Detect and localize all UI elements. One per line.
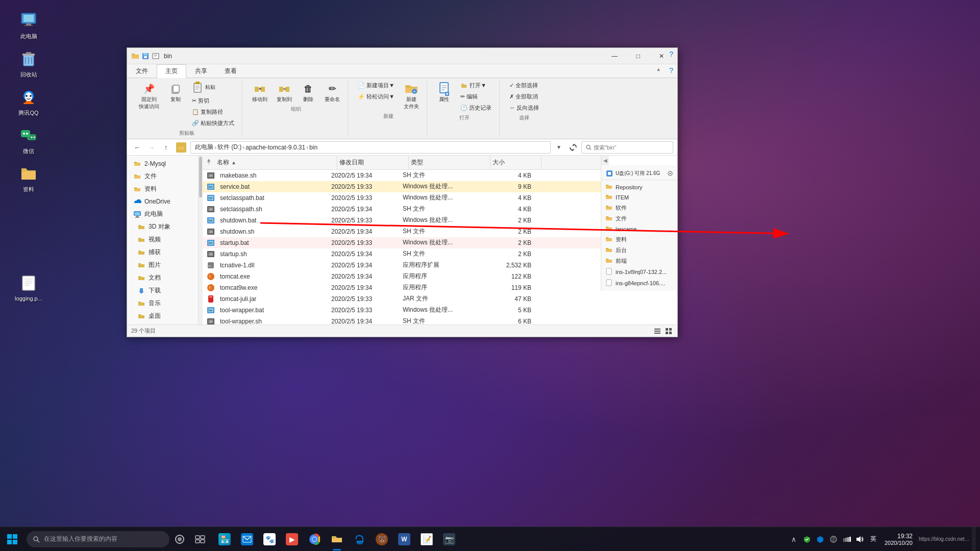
tab-share[interactable]: 共享 (186, 64, 216, 78)
maximize-button[interactable]: □ (626, 48, 650, 64)
easy-access-button[interactable]: ⚡ 轻松访问▼ (354, 91, 398, 102)
right-panel-item[interactable]: ins-g84epncf-106.... (601, 278, 677, 289)
sidebar-scroll-thumb[interactable] (199, 157, 202, 197)
sidebar-scrollbar[interactable] (199, 156, 203, 324)
volume-icon[interactable] (854, 533, 866, 545)
taskbar-chrome-icon[interactable] (304, 527, 325, 552)
table-row[interactable]: bat service.bat 2020/2/5 19:33 Windows 批… (203, 181, 601, 192)
taskbar-video-icon[interactable]: ▶ (282, 527, 302, 552)
right-panel-item[interactable]: Repository (601, 182, 677, 192)
delete-button[interactable]: 🗑 删除 (298, 80, 319, 105)
ribbon-collapse-arrow[interactable]: ▲ (652, 64, 665, 78)
start-button[interactable] (0, 527, 24, 552)
task-view-button[interactable] (190, 529, 210, 549)
sidebar-item-3d[interactable]: 3D 对象 (127, 220, 198, 233)
sidebar-item-win10[interactable]: Win 10 Home x (127, 322, 198, 324)
copy-path-button[interactable]: 📋 复制路径 (188, 107, 238, 117)
right-panel-item[interactable]: 文件 (601, 213, 677, 224)
desktop-icon-qq[interactable]: 腾讯QQ (10, 87, 47, 117)
taskbar-screenshot-icon[interactable]: 📷 (439, 527, 459, 552)
table-row[interactable]: .sh shutdown.sh 2020/2/5 19:34 SH 文件 2 K… (203, 226, 601, 237)
ribbon-help[interactable]: ? (665, 64, 677, 78)
right-panel-item[interactable]: ITEM (601, 192, 677, 203)
cortana-button[interactable] (169, 529, 190, 549)
tab-view[interactable]: 查看 (216, 64, 246, 78)
path-drive[interactable]: 软件 (D:) (217, 143, 241, 152)
search-box[interactable] (581, 141, 673, 154)
table-row[interactable]: bat tool-wrapper.bat 2020/2/5 19:33 Wind… (203, 305, 601, 316)
col-header-date[interactable]: 修改日期 (337, 156, 409, 169)
table-row[interactable]: .sh tool-wrapper.sh 2020/2/5 19:34 SH 文件… (203, 316, 601, 324)
dropdown-arrow[interactable]: ▼ (553, 141, 565, 154)
address-path[interactable]: 此电脑 › 软件 (D:) › apache-tomcat-9.0.31 › b… (190, 141, 551, 154)
path-computer[interactable]: 此电脑 (195, 143, 213, 152)
tab-home[interactable]: 主页 (157, 64, 186, 78)
right-panel-item[interactable]: ins-1vl9rq07-132.2... (601, 266, 677, 278)
col-header-name[interactable]: 名称 ▲ (215, 156, 337, 169)
copy-button[interactable]: 复制 (165, 80, 186, 105)
taskbar-text-editor-icon[interactable]: 📝 (416, 527, 437, 552)
right-panel-item[interactable]: 资料 (601, 234, 677, 245)
table-row[interactable]: .sh startup.sh 2020/2/5 19:34 SH 文件 2 KB (203, 248, 601, 260)
sidebar-item-video[interactable]: 视频 (127, 233, 198, 246)
table-row[interactable]: T tomcat9w.exe 2020/2/5 19:34 应用程序 119 K… (203, 282, 601, 293)
rename-button[interactable]: ✏ 重命名 (321, 80, 344, 105)
back-button[interactable]: ← (131, 141, 143, 154)
antivirus-icon[interactable] (801, 533, 813, 545)
right-panel-item[interactable]: 后台 (601, 245, 677, 256)
properties-button[interactable]: 属性 (433, 80, 455, 105)
panel-toggle-button[interactable]: ◀ (601, 156, 609, 165)
paste-shortcut-button[interactable]: 🔗 粘贴快捷方式 (188, 118, 238, 129)
vpn-icon[interactable] (827, 533, 840, 545)
select-all-button[interactable]: ✓ 全部选择 (506, 80, 543, 91)
desktop-icon-recycle[interactable]: 回收站 (10, 48, 47, 79)
right-panel-item[interactable]: 前端 (601, 256, 677, 266)
table-row[interactable]: DLL tcnative-1.dll 2020/2/5 19:34 应用程序扩展… (203, 260, 601, 271)
col-header-type[interactable]: 类型 (409, 156, 491, 169)
url-display[interactable]: https://blog.csdn.net/dyahh (919, 536, 970, 542)
cut-button[interactable]: ✂ 剪切 (188, 95, 238, 106)
taskbar-explorer-icon[interactable] (327, 527, 347, 552)
drive-settings-icon[interactable] (667, 170, 673, 177)
sidebar-item-pc[interactable]: 此电脑 (127, 208, 198, 220)
sidebar-item-desktop[interactable]: 桌面 (127, 310, 198, 322)
open-button[interactable]: 打开▼ (457, 80, 495, 91)
edit-ribbon-button[interactable]: ✏ 编辑 (457, 91, 495, 102)
path-tomcat[interactable]: apache-tomcat-9.0.31 (246, 144, 305, 151)
detail-view-button[interactable] (664, 327, 673, 336)
table-row[interactable]: tomcat-juli.jar 2020/2/5 19:33 JAR 文件 47… (203, 293, 601, 305)
right-panel-item[interactable]: 软件 (601, 203, 677, 213)
minimize-button[interactable]: — (603, 48, 626, 64)
deselect-all-button[interactable]: ✗ 全部取消 (506, 91, 543, 102)
refresh-button[interactable] (567, 141, 579, 154)
move-to-button[interactable]: 移动到 (249, 80, 271, 105)
taskbar-store-icon[interactable]: 🏪 (214, 527, 235, 552)
forward-button[interactable]: → (145, 141, 158, 154)
paste-button[interactable]: 粘贴 (188, 80, 238, 94)
taskbar-search-box[interactable]: 在这里输入你要搜索的内容 (27, 531, 169, 547)
shield-icon[interactable] (814, 533, 826, 545)
taskbar-word-icon[interactable]: W (394, 527, 414, 552)
desktop-icon-wechat[interactable]: 微信 (10, 125, 47, 155)
desktop-icon-data[interactable]: 资料 (10, 163, 47, 193)
table-row[interactable]: bat setclasspath.bat 2020/2/5 19:33 Wind… (203, 192, 601, 204)
sidebar-item-onedrive[interactable]: OneDrive (127, 195, 198, 208)
desktop-icon-computer[interactable]: 此电脑 (10, 10, 47, 40)
sidebar-item-capture[interactable]: 捕获 (127, 246, 198, 259)
taskbar-mail-icon[interactable] (237, 527, 257, 552)
expand-tray-button[interactable]: ∧ (788, 533, 800, 545)
sidebar-item-data[interactable]: 资料 (127, 183, 198, 195)
taskbar-bear-icon[interactable]: 🐻 (372, 527, 392, 552)
search-input[interactable] (594, 144, 669, 151)
col-header-size[interactable]: 大小 (491, 156, 542, 169)
history-button[interactable]: 🕐 历史记录 (457, 103, 495, 113)
sidebar-item-files[interactable]: 文件 (127, 170, 198, 183)
sidebar-item-music[interactable]: 音乐 (127, 297, 198, 310)
taskbar-edge-icon[interactable] (349, 527, 370, 552)
copy-to-button[interactable]: + 复制到 (273, 80, 296, 105)
pin-quick-access-button[interactable]: 📌 固定到快速访问 (135, 80, 163, 112)
help-button[interactable]: ? (669, 50, 673, 58)
taskbar-clock[interactable]: 19:32 2020/10/20 (880, 533, 917, 546)
new-folder-button[interactable]: + 新建文件夹 (400, 80, 423, 112)
language-indicator[interactable]: 英 (868, 533, 878, 545)
